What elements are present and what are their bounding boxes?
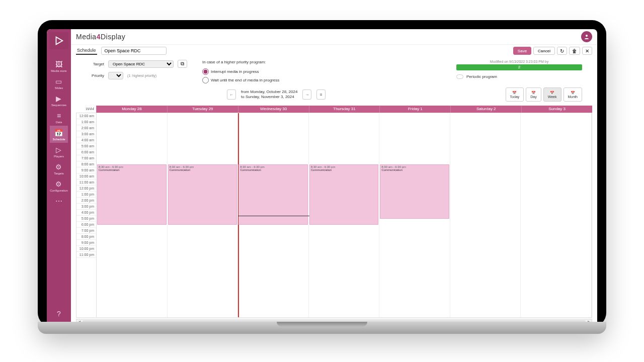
week-label: W44 — [76, 106, 96, 113]
day-column[interactable] — [450, 113, 521, 317]
time-slot: 9:00 am — [76, 167, 96, 173]
calendar: W44 Monday 28Tuesday 29Wednesday 30Thurs… — [71, 106, 597, 327]
refresh-button[interactable]: ↻ — [557, 47, 567, 55]
schedule-name-input[interactable] — [101, 47, 167, 55]
time-slot: 8:00 pm — [76, 234, 96, 240]
target-select[interactable]: Open Space RDC — [108, 60, 174, 68]
day-column[interactable]: 8:30 am - 6:30 pmCommunication — [168, 113, 238, 317]
time-slot: 12:00 am — [76, 113, 96, 119]
next-week-button[interactable]: → — [302, 89, 311, 100]
time-slot: 11:00 pm — [76, 252, 96, 258]
avatar[interactable] — [581, 31, 592, 42]
day-header: Monday 28 — [96, 106, 167, 113]
priority-hint: (1: highest priority) — [127, 74, 156, 77]
help-icon[interactable]: ? — [57, 307, 61, 321]
time-slot: 7:00 am — [76, 155, 96, 161]
view-week[interactable]: 📅Week — [543, 87, 561, 102]
save-button[interactable]: Save — [513, 47, 531, 55]
time-slot: 9:00 pm — [76, 240, 96, 246]
prev-week-button[interactable]: ← — [227, 89, 236, 100]
time-slot: 1:00 pm — [76, 192, 96, 198]
view-today[interactable]: 📅Today — [506, 87, 524, 102]
toolbar: Schedule Save Cancel ↻ 🗑 ✕ — [71, 44, 597, 57]
collapse-button[interactable]: ≡ — [316, 89, 326, 100]
main-content: Media4Display Schedule Save Cancel ↻ 🗑 ✕ — [71, 29, 597, 327]
day-header: Friday 1 — [379, 106, 450, 113]
time-slot: 11:00 am — [76, 179, 96, 186]
close-button[interactable]: ✕ — [582, 47, 592, 55]
time-slot: 2:00 pm — [76, 198, 96, 204]
day-header: Sunday 3 — [521, 106, 592, 113]
date-nav: ← from Monday, October 28, 2024 to Sunda… — [71, 83, 597, 106]
calendar-event[interactable]: 8:30 am - 6:30 pmCommunication — [380, 164, 449, 219]
calendar-event[interactable]: 8:30 am - 6:30 pmCommunication — [97, 164, 167, 225]
target-label: Target — [86, 62, 104, 66]
view-day[interactable]: 📅Day — [526, 87, 541, 102]
time-slot: 1:00 am — [76, 119, 96, 125]
time-slot: 7:00 pm — [76, 228, 96, 234]
day-column[interactable]: 8:30 am - 6:30 pmCommunication — [379, 113, 450, 317]
time-slot: 6:00 am — [76, 149, 96, 155]
time-slot: 3:00 am — [76, 131, 96, 137]
calendar-event[interactable]: 8:30 am - 6:30 pmCommunication — [238, 164, 308, 225]
sidebar-item-media-store[interactable]: 🖼Media store — [50, 57, 68, 74]
date-range-text: from Monday, October 28, 2024 to Sunday,… — [241, 89, 297, 100]
sidebar-item-targets[interactable]: ⚙Targets — [50, 160, 68, 177]
day-header: Thursday 31 — [309, 106, 380, 113]
time-slot: 5:00 pm — [76, 216, 96, 222]
sidebar: 🖼Media store▭Slides▶Sequences≡Data📅Sched… — [47, 29, 71, 327]
sidebar-item-configuration[interactable]: ⚙Configuration — [50, 177, 68, 194]
calendar-header: W44 Monday 28Tuesday 29Wednesday 30Thurs… — [76, 106, 592, 113]
time-slot: 6:00 pm — [76, 222, 96, 228]
sidebar-item-sequences[interactable]: ▶Sequences — [50, 92, 68, 109]
priority-label: Priority — [86, 73, 104, 78]
sidebar-item-schedule[interactable]: 📅Schedule — [50, 126, 68, 143]
cancel-button[interactable]: Cancel — [533, 47, 555, 55]
calendar-event[interactable]: 8:30 am - 6:30 pmCommunication — [168, 164, 237, 225]
periodic-switch[interactable] — [456, 74, 463, 79]
svg-point-0 — [586, 35, 588, 37]
sidebar-item-more[interactable]: ⋯ — [50, 194, 68, 208]
time-slot: 5:00 am — [76, 143, 96, 149]
day-header: Saturday 2 — [450, 106, 521, 113]
day-column[interactable]: 8:30 am - 6:30 pmCommunication — [97, 113, 168, 317]
day-column[interactable]: 8:30 am - 6:30 pmCommunication — [238, 113, 309, 317]
time-slot: 12:00 pm — [76, 186, 96, 192]
radio-interrupt[interactable]: Interrupt media in progress — [202, 68, 279, 75]
view-month[interactable]: 📅Month — [564, 87, 582, 102]
time-slot: 10:00 am — [76, 173, 96, 179]
calendar-event[interactable]: 8:30 am - 6:30 pmCommunication — [309, 164, 379, 225]
time-slot: 3:00 pm — [76, 204, 96, 210]
header: Media4Display — [71, 29, 597, 44]
day-column[interactable]: 8:30 am - 6:30 pmCommunication — [309, 113, 380, 317]
brand-logo: Media4Display — [76, 33, 125, 41]
time-slot: 10:00 pm — [76, 246, 96, 252]
progress-bar: 2 — [456, 64, 582, 70]
logo — [49, 32, 68, 49]
radio-wait[interactable]: Wait until the end of media in progress — [202, 77, 279, 83]
schedule-tab[interactable]: Schedule — [76, 47, 97, 55]
periodic-label: Periodic program — [466, 74, 497, 79]
modified-text: Modified on 9/13/2022 3:23:03 PM by — [456, 60, 582, 63]
time-slot: 8:00 am — [76, 161, 96, 167]
delete-button[interactable]: 🗑 — [569, 47, 580, 55]
time-slot: 2:00 am — [76, 125, 96, 131]
priority-select[interactable]: 5 — [108, 72, 123, 79]
day-header: Wednesday 30 — [238, 106, 309, 113]
day-header: Tuesday 29 — [167, 106, 238, 113]
day-column[interactable] — [521, 113, 592, 317]
open-target-button[interactable]: ⧉ — [178, 60, 187, 68]
sidebar-item-players[interactable]: ▷Players — [50, 143, 68, 160]
config-panel: Target Open Space RDC ⧉ Priority 5 (1: h… — [71, 57, 597, 83]
time-slot: 4:00 am — [76, 137, 96, 143]
higher-priority-label: In case of a higher priority program: — [202, 60, 279, 64]
sidebar-item-data[interactable]: ≡Data — [50, 109, 68, 126]
time-slot: 4:00 pm — [76, 210, 96, 216]
sidebar-item-slides[interactable]: ▭Slides — [50, 74, 68, 92]
